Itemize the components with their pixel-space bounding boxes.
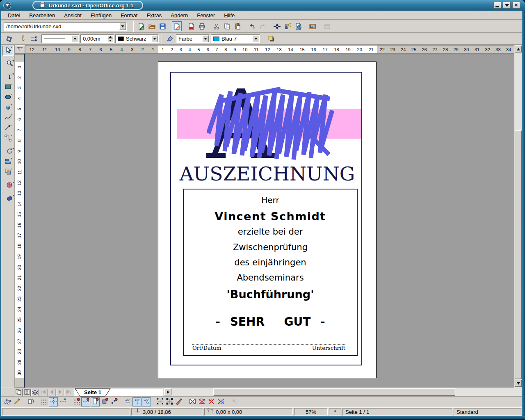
line-style-combobox[interactable] — [41, 34, 79, 43]
line-width-field[interactable]: 0,00cm — [80, 34, 114, 43]
tool-button[interactable] — [2, 113, 14, 123]
toolbar-button[interactable] — [322, 21, 332, 31]
option-button[interactable] — [100, 397, 109, 406]
page-nav-button[interactable] — [64, 389, 72, 396]
toolbar-button[interactable] — [308, 21, 317, 31]
menu-item[interactable]: Einfügen — [87, 11, 116, 19]
page-nav-button[interactable] — [48, 389, 56, 396]
option-button[interactable]: ABC — [123, 397, 132, 406]
menu-item[interactable]: Format — [116, 11, 142, 19]
status-zoom-cell[interactable]: 57% — [294, 408, 328, 415]
page-nav-button[interactable] — [56, 389, 64, 396]
view-mode-button[interactable] — [23, 389, 31, 396]
option-button[interactable] — [174, 397, 183, 406]
view-mode-button[interactable] — [15, 389, 23, 396]
option-button[interactable] — [72, 397, 81, 406]
tool-button[interactable] — [2, 167, 14, 177]
menu-item[interactable]: Bearbeiten — [25, 11, 59, 19]
tool-button[interactable] — [4, 147, 15, 157]
toolbar-button[interactable] — [197, 21, 207, 31]
line-width-spinner[interactable] — [107, 35, 113, 42]
scroll-down-button[interactable] — [515, 380, 522, 387]
horizontal-scroll-thumb[interactable] — [213, 388, 455, 396]
option-button[interactable] — [188, 397, 197, 406]
toolbar-button[interactable] — [158, 21, 167, 31]
certificate-text-frame[interactable]: HerrVincent Schmidterzielte bei derZwisc… — [183, 189, 358, 356]
status-position-cell[interactable]: 3,08 / 18,86 — [131, 408, 203, 415]
tool-button[interactable]: T — [4, 72, 15, 82]
option-button[interactable] — [230, 397, 239, 406]
status-size-cell[interactable]: 0,00 x 0,00 — [204, 408, 293, 415]
toolbar-button[interactable] — [211, 21, 221, 31]
option-button[interactable]: ABC — [132, 397, 142, 406]
sheet-tab[interactable]: Seite 1 — [74, 388, 111, 397]
vertical-ruler[interactable]: 1234567891011121314151617181920212223242… — [15, 54, 24, 388]
option-button[interactable] — [49, 397, 58, 406]
option-button[interactable] — [155, 397, 164, 406]
shadow-button[interactable] — [266, 34, 276, 44]
status-template-cell[interactable]: Standard — [454, 408, 521, 415]
line-color-dropdown[interactable] — [151, 35, 158, 42]
drawing-canvas[interactable]: A AUSZEICHNUNG He — [25, 54, 514, 388]
option-button[interactable] — [91, 397, 100, 406]
tool-button[interactable] — [2, 82, 14, 92]
url-combobox[interactable]: /home/rolf/Urkunde.sxd — [4, 22, 127, 31]
minimize-button[interactable] — [493, 2, 501, 9]
line-color-combobox[interactable]: Schwarz — [115, 34, 159, 43]
toolbar-button[interactable] — [4, 34, 14, 44]
menu-item[interactable]: Ansicht — [60, 11, 86, 19]
option-button[interactable]: ABC — [207, 397, 216, 406]
fill-color-dropdown[interactable] — [253, 35, 259, 42]
scroll-right-button[interactable] — [164, 388, 171, 395]
scroll-up-button[interactable] — [515, 46, 522, 52]
url-dropdown-button[interactable] — [119, 23, 126, 30]
option-button[interactable] — [110, 397, 119, 406]
maximize-button[interactable] — [503, 2, 511, 9]
fill-color-combobox[interactable]: Blau 7 — [211, 34, 260, 43]
option-button[interactable] — [165, 397, 174, 406]
tool-button[interactable] — [4, 59, 15, 69]
option-button[interactable] — [197, 397, 206, 406]
toolbar-button[interactable] — [29, 34, 39, 44]
toolbar-button[interactable] — [147, 21, 157, 31]
option-button[interactable] — [216, 397, 225, 406]
menu-item[interactable]: Fenster — [193, 11, 219, 19]
tool-button[interactable] — [2, 123, 14, 133]
toolbar-button[interactable] — [247, 21, 257, 31]
fill-dialog-button[interactable] — [165, 34, 175, 44]
tool-button[interactable] — [2, 103, 14, 113]
fill-style-dropdown[interactable] — [202, 35, 209, 42]
tool-button[interactable] — [2, 46, 14, 56]
option-button[interactable] — [3, 397, 12, 406]
option-button[interactable] — [12, 397, 21, 406]
option-button[interactable] — [81, 397, 90, 406]
option-button[interactable] — [39, 397, 48, 406]
tool-button[interactable] — [4, 194, 15, 203]
toolbar-button[interactable] — [18, 34, 28, 44]
tool-button[interactable] — [2, 134, 14, 144]
vertical-scrollbar[interactable] — [514, 45, 522, 388]
vertical-scroll-thumb[interactable] — [515, 130, 522, 379]
view-mode-button[interactable] — [31, 389, 39, 396]
tool-button[interactable] — [4, 180, 15, 190]
titlebar[interactable]: Urkunde.sxd - OpenOffice.org 1.1 ✕ — [0, 0, 525, 11]
window-menu-button[interactable] — [3, 2, 11, 9]
ruler-origin-box[interactable] — [15, 45, 25, 54]
toolbar-button[interactable] — [293, 21, 303, 31]
toolbar-button[interactable] — [283, 21, 292, 31]
toolbar-button[interactable] — [272, 21, 282, 31]
menu-item[interactable]: Extras — [142, 11, 166, 19]
toolbar-button[interactable] — [172, 21, 182, 31]
page-nav-button[interactable] — [40, 389, 48, 396]
tool-button[interactable] — [2, 157, 14, 167]
toolbar-button[interactable] — [186, 21, 196, 31]
toolbar-button[interactable] — [222, 21, 232, 31]
line-style-dropdown[interactable] — [72, 35, 78, 42]
status-page-cell[interactable]: Seite 1 / 1 — [342, 408, 452, 415]
tool-button[interactable] — [2, 93, 14, 103]
menu-item[interactable]: Hilfe — [220, 11, 239, 19]
option-button[interactable] — [26, 397, 35, 406]
toolbar-button[interactable] — [258, 21, 267, 31]
menu-item[interactable]: Datei — [4, 11, 24, 19]
option-button[interactable]: ABC — [142, 397, 151, 406]
